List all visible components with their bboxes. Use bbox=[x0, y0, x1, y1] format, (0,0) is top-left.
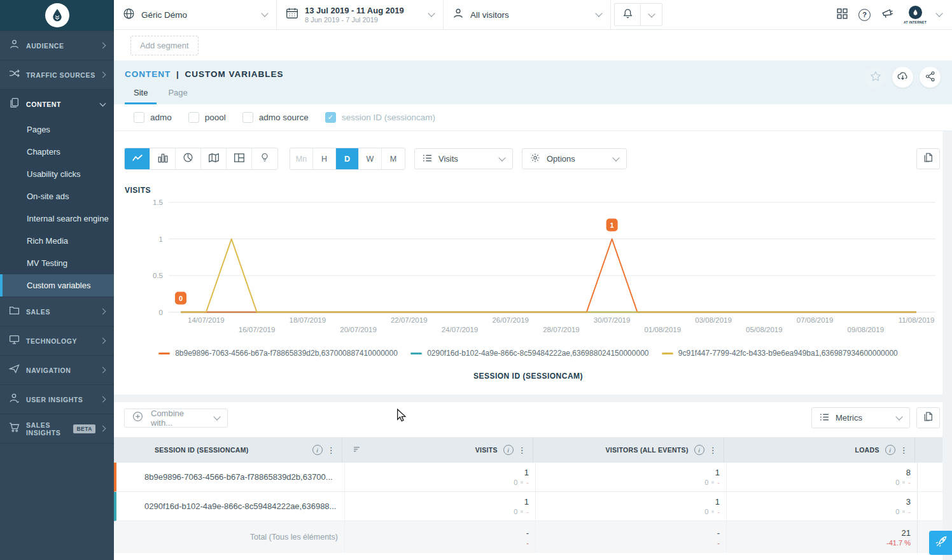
help-icon[interactable]: ? bbox=[858, 9, 871, 21]
granularity-month-button[interactable]: M bbox=[382, 148, 405, 169]
account-menu[interactable]: AT INTERNET bbox=[904, 6, 927, 24]
column-header-loads[interactable]: LOADS i ⋮ bbox=[724, 437, 914, 463]
delta-value: -41.7 % bbox=[886, 539, 911, 547]
date-range-selector[interactable]: 13 Jul 2019 - 11 Aug 2019 8 Jun 2019 - 7… bbox=[277, 0, 444, 29]
chart-export-button[interactable] bbox=[916, 148, 940, 169]
session-id-cell[interactable]: 0290f16d-b102-4a9e-866c-8c59484222ae,636… bbox=[116, 492, 344, 521]
metrics-dropdown[interactable]: Metrics bbox=[811, 407, 910, 428]
app-root: AUDIENCE TRAFFIC SOURCES CONTENT Pages C… bbox=[0, 0, 952, 560]
sidebar-item-mv-testing[interactable]: MV Testing bbox=[0, 252, 114, 274]
table-export-button[interactable] bbox=[916, 407, 940, 428]
chart-type-line-button[interactable] bbox=[125, 148, 150, 169]
sidebar-item-internal-search-engine[interactable]: Internal search engine bbox=[0, 207, 114, 230]
bar-chart-icon bbox=[157, 153, 169, 165]
visits-chart[interactable]: 00.511.514/07/201918/07/201922/07/201926… bbox=[124, 197, 942, 339]
site-selector[interactable]: Géric Démo bbox=[114, 0, 277, 29]
sidebar-item-audience[interactable]: AUDIENCE bbox=[0, 31, 114, 60]
sidebar-item-chapters[interactable]: Chapters bbox=[0, 141, 114, 163]
sidebar-item-user-insights[interactable]: USER INSIGHTS bbox=[0, 384, 114, 414]
sidebar-item-content[interactable]: CONTENT bbox=[0, 89, 114, 118]
sidebar-item-onsite-ads[interactable]: On-site ads bbox=[0, 185, 114, 207]
dot-icon bbox=[521, 481, 523, 484]
monitor-icon bbox=[9, 334, 20, 347]
info-icon[interactable]: i bbox=[312, 445, 323, 455]
tab-page[interactable]: Page bbox=[159, 85, 196, 104]
options-dropdown[interactable]: Options bbox=[522, 148, 627, 169]
visits-total-cell: - - bbox=[344, 521, 535, 553]
sidebar-item-sales[interactable]: SALES bbox=[0, 297, 114, 326]
chart-type-treemap-button[interactable] bbox=[227, 148, 252, 169]
kebab-menu-icon[interactable]: ⋮ bbox=[327, 445, 335, 455]
notifications-dropdown-button[interactable] bbox=[640, 4, 662, 25]
kebab-menu-icon[interactable]: ⋮ bbox=[709, 445, 717, 455]
tab-site[interactable]: Site bbox=[125, 85, 157, 104]
column-header-visits[interactable]: VISITS i ⋮ bbox=[342, 437, 533, 463]
chart-type-insight-button[interactable] bbox=[252, 148, 277, 169]
megaphone-icon[interactable] bbox=[881, 7, 893, 22]
rocket-button[interactable] bbox=[929, 531, 952, 555]
combine-with-button[interactable]: Combine with... bbox=[124, 409, 228, 428]
chart-type-bar-button[interactable] bbox=[150, 148, 176, 169]
paper-plane-icon bbox=[9, 363, 20, 377]
apps-grid-icon[interactable] bbox=[836, 8, 848, 22]
share-button[interactable] bbox=[920, 67, 941, 88]
granularity-day-button[interactable]: D bbox=[336, 148, 359, 169]
legend-item[interactable]: 0290f16d-b102-4a9e-866c-8c59484222ae,636… bbox=[410, 349, 648, 358]
download-button[interactable] bbox=[892, 67, 913, 88]
user-insights-icon bbox=[9, 393, 20, 406]
legend-item[interactable]: 9c91f447-7799-42fc-b433-b9e6ea949ba1,636… bbox=[662, 349, 898, 358]
sidebar-item-usability-clicks[interactable]: Usability clicks bbox=[0, 163, 114, 185]
info-icon[interactable]: i bbox=[503, 445, 514, 455]
chart-type-map-button[interactable] bbox=[201, 148, 227, 169]
sidebar-item-traffic-sources[interactable]: TRAFFIC SOURCES bbox=[0, 60, 114, 89]
info-icon[interactable]: i bbox=[885, 445, 895, 455]
info-icon[interactable]: i bbox=[694, 445, 704, 455]
add-segment-button[interactable]: Add segment bbox=[130, 36, 199, 55]
checkbox-icon bbox=[242, 112, 253, 123]
line-chart-icon bbox=[132, 153, 143, 165]
folder-icon bbox=[9, 305, 20, 318]
session-id-cell[interactable]: 8b9e9896-7063-4566-b67a-f78865839d2b,637… bbox=[116, 463, 344, 491]
comparison-line: 0- bbox=[514, 508, 529, 515]
sidebar-item-custom-variables[interactable]: Custom variables bbox=[0, 274, 114, 297]
chart-type-pie-button[interactable] bbox=[176, 148, 201, 169]
table-row[interactable]: 8b9e9896-7063-4566-b67a-f78865839d2b,637… bbox=[114, 463, 942, 492]
sidebar-item-sales-insights[interactable]: SALES INSIGHTS BETA bbox=[0, 414, 114, 443]
table-row[interactable]: 0290f16d-b102-4a9e-866c-8c59484222ae,636… bbox=[114, 492, 942, 521]
kebab-menu-icon[interactable]: ⋮ bbox=[900, 445, 908, 455]
breadcrumb-section[interactable]: CONTENT bbox=[125, 69, 171, 79]
topbar-spacer bbox=[662, 0, 836, 29]
brand-logo[interactable] bbox=[0, 0, 114, 31]
sidebar-item-navigation[interactable]: NAVIGATION bbox=[0, 355, 114, 384]
cloud-download-icon bbox=[897, 70, 909, 85]
kebab-menu-icon[interactable]: ⋮ bbox=[518, 445, 526, 455]
granularity-hour-button[interactable]: H bbox=[313, 148, 336, 169]
filter-label: admo bbox=[150, 113, 172, 122]
favorite-button[interactable] bbox=[865, 67, 886, 88]
delta-value: - bbox=[526, 479, 529, 486]
visits-total: - bbox=[526, 528, 529, 538]
topbar: Géric Démo 13 Jul 2019 - 11 Aug 2019 8 J… bbox=[114, 0, 952, 30]
filter-poool[interactable]: poool bbox=[188, 112, 226, 123]
visitor-segment-selector[interactable]: All visitors bbox=[444, 0, 611, 29]
metric-selector-dropdown[interactable]: Visits bbox=[414, 148, 513, 169]
delta-value: - bbox=[717, 479, 720, 486]
chevron-down-icon[interactable] bbox=[935, 10, 942, 17]
legend-item[interactable]: 8b9e9896-7063-4566-b67a-f78865839d2b,637… bbox=[158, 349, 398, 358]
sidebar-item-rich-media[interactable]: Rich Media bbox=[0, 230, 114, 252]
filter-session-id-sessioncam[interactable]: session ID (sessioncam) bbox=[325, 112, 435, 123]
column-header-session-id[interactable]: SESSION ID (SESSIONCAM) i ⋮ bbox=[114, 437, 342, 463]
site-name: Géric Démo bbox=[141, 10, 262, 20]
chevron-right-icon bbox=[100, 367, 106, 374]
notifications-button[interactable] bbox=[615, 4, 640, 25]
person-icon bbox=[9, 39, 20, 52]
chevron-right-icon bbox=[100, 43, 106, 49]
filter-admo[interactable]: admo bbox=[134, 112, 172, 123]
sort-icon[interactable] bbox=[353, 445, 361, 454]
calendar-icon bbox=[286, 7, 298, 22]
filter-admo-source[interactable]: admo source bbox=[242, 112, 309, 123]
sidebar-item-pages[interactable]: Pages bbox=[0, 118, 114, 141]
column-header-visitors[interactable]: VISITORS (ALL EVENTS) i ⋮ bbox=[533, 437, 724, 463]
granularity-week-button[interactable]: W bbox=[359, 148, 382, 169]
sidebar-item-technology[interactable]: TECHNOLOGY bbox=[0, 326, 114, 355]
